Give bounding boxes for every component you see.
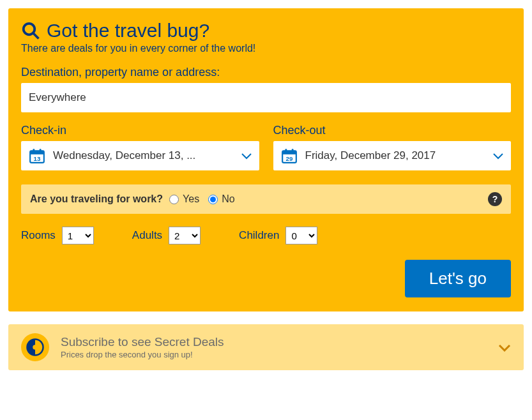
svg-text:29: 29 bbox=[285, 155, 293, 162]
chevron-down-icon bbox=[493, 149, 503, 163]
counters-row: Rooms 1 Adults 2 Children 0 bbox=[21, 227, 511, 244]
svg-text:13: 13 bbox=[34, 155, 41, 162]
svg-point-0 bbox=[24, 24, 35, 35]
checkin-label: Check-in bbox=[21, 124, 259, 137]
page-subheading: There are deals for you in every corner … bbox=[21, 43, 511, 54]
svg-rect-8 bbox=[282, 151, 296, 154]
children-select[interactable]: 0 bbox=[285, 227, 317, 244]
calendar-icon: 13 bbox=[29, 147, 45, 164]
subscribe-text: Subscribe to see Secret Deals Prices dro… bbox=[61, 335, 498, 359]
subscribe-panel[interactable]: Subscribe to see Secret Deals Prices dro… bbox=[8, 324, 524, 370]
destination-input[interactable] bbox=[21, 83, 511, 112]
work-yes-radio[interactable]: Yes bbox=[169, 193, 199, 205]
checkout-text: Friday, December 29, 2017 bbox=[305, 149, 494, 162]
rooms-counter: Rooms 1 bbox=[21, 227, 94, 244]
search-panel: Got the travel bug? There are deals for … bbox=[8, 8, 524, 311]
work-travel-bar: Are you traveling for work? Yes No ? bbox=[21, 184, 511, 214]
calendar-icon: 29 bbox=[281, 147, 298, 164]
help-icon[interactable]: ? bbox=[488, 192, 502, 206]
chevron-down-icon bbox=[241, 149, 252, 163]
date-row: Check-in 13 Wednesday, December 13, ... bbox=[21, 124, 511, 170]
svg-rect-5 bbox=[40, 149, 42, 152]
search-button[interactable]: Let's go bbox=[405, 260, 511, 297]
adults-select[interactable]: 2 bbox=[169, 227, 201, 244]
svg-point-13 bbox=[33, 345, 38, 350]
work-no-radio[interactable]: No bbox=[208, 193, 234, 205]
submit-row: Let's go bbox=[21, 260, 511, 297]
work-question: Are you traveling for work? bbox=[30, 193, 163, 205]
chevron-down-icon bbox=[498, 339, 511, 356]
checkout-picker[interactable]: 29 Friday, December 29, 2017 bbox=[273, 141, 512, 170]
subscribe-title: Subscribe to see Secret Deals bbox=[61, 335, 498, 349]
svg-rect-4 bbox=[33, 149, 35, 152]
svg-rect-10 bbox=[291, 149, 293, 152]
adults-label: Adults bbox=[132, 229, 162, 242]
adults-counter: Adults 2 bbox=[132, 227, 201, 244]
children-counter: Children 0 bbox=[239, 227, 317, 244]
checkin-column: Check-in 13 Wednesday, December 13, ... bbox=[21, 124, 259, 170]
heading-row: Got the travel bug? bbox=[21, 20, 511, 41]
svg-line-1 bbox=[33, 33, 39, 39]
deals-icon bbox=[21, 333, 49, 361]
checkin-text: Wednesday, December 13, ... bbox=[53, 149, 241, 162]
checkout-column: Check-out 29 Friday, December 29, 2017 bbox=[273, 124, 512, 170]
work-yes-label: Yes bbox=[183, 193, 199, 205]
checkout-label: Check-out bbox=[273, 124, 512, 137]
search-icon bbox=[21, 21, 40, 40]
page-heading: Got the travel bug? bbox=[47, 20, 209, 41]
rooms-select[interactable]: 1 bbox=[62, 227, 94, 244]
subscribe-subtitle: Prices drop the second you sign up! bbox=[61, 350, 498, 359]
destination-label: Destination, property name or address: bbox=[21, 66, 511, 79]
children-label: Children bbox=[239, 229, 279, 242]
work-no-label: No bbox=[222, 193, 234, 205]
checkin-picker[interactable]: 13 Wednesday, December 13, ... bbox=[21, 141, 259, 170]
svg-rect-3 bbox=[30, 151, 44, 154]
svg-rect-9 bbox=[285, 149, 287, 152]
rooms-label: Rooms bbox=[21, 229, 56, 242]
